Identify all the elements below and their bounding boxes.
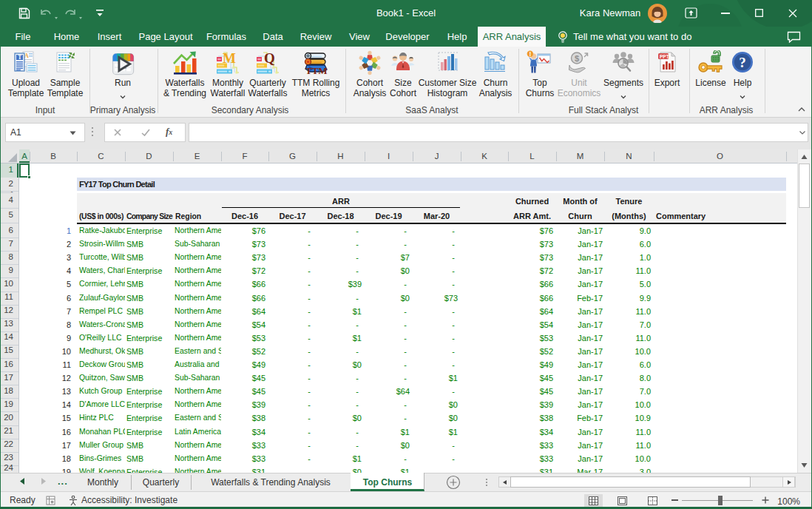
svg-text:!: ! xyxy=(530,50,532,58)
svg-text:Q: Q xyxy=(264,50,275,66)
svg-text:T: T xyxy=(18,54,21,61)
svg-text:PPT: PPT xyxy=(660,54,669,59)
svg-text:TTM: TTM xyxy=(305,65,328,75)
svg-text:$: $ xyxy=(575,54,579,63)
svg-text:A: A xyxy=(24,53,29,59)
svg-text:?: ? xyxy=(739,55,746,70)
